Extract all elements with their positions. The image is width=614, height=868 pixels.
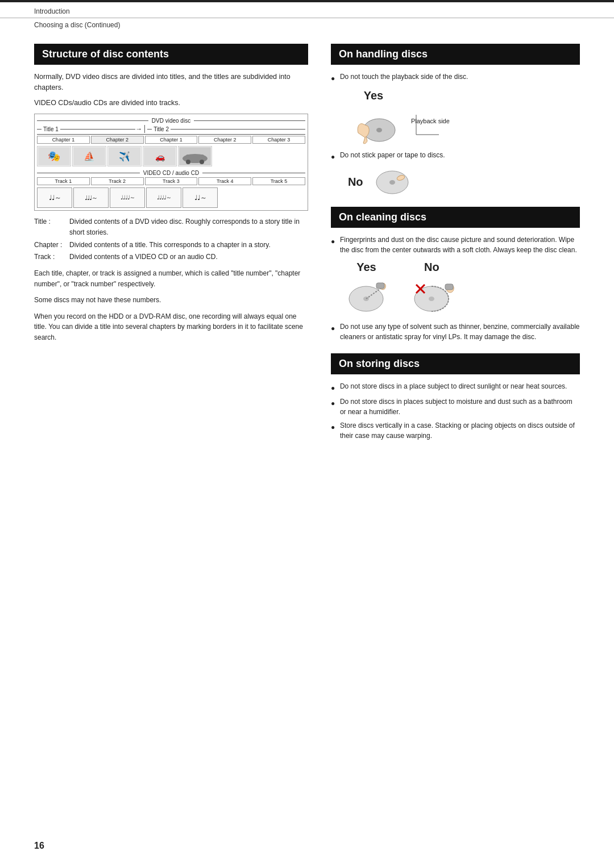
playback-label: Playback side bbox=[411, 118, 450, 124]
page-number: 16 bbox=[34, 841, 44, 851]
svg-point-14 bbox=[376, 128, 382, 132]
svg-point-25 bbox=[429, 297, 434, 301]
cleaning-no-group: No bbox=[408, 261, 456, 316]
cleaning-diagram: Yes No bbox=[342, 261, 580, 316]
track-cell-1: Track 1 bbox=[37, 177, 90, 185]
left-column: Structure of disc contents Normally, DVD… bbox=[34, 44, 308, 444]
svg-text:🚗: 🚗 bbox=[155, 152, 165, 162]
bullet-dot-2: ● bbox=[331, 152, 337, 162]
dvd-diagram: DVD video disc Title 1 → Title 2 bbox=[34, 114, 308, 211]
definitions-section: Title : Divided contents of a DVD video … bbox=[34, 216, 308, 262]
storing-title: On storing discs bbox=[331, 353, 580, 374]
bullet-dot-6: ● bbox=[331, 398, 337, 408]
chapter-cell-3: Chapter 1 bbox=[145, 136, 198, 144]
svg-rect-10 bbox=[186, 155, 204, 160]
chapter-img-2: ⛵ bbox=[72, 146, 106, 166]
vcd-section: VIDEO CD / audio CD Track 1 Track 2 Trac… bbox=[37, 170, 305, 208]
intro-text2: VIDEO CDs/audio CDs are divided into tra… bbox=[34, 98, 308, 108]
def-title-desc: Divided contents of a DVD video disc. Ro… bbox=[69, 216, 308, 238]
track-cell-5: Track 5 bbox=[252, 177, 305, 185]
svg-rect-26 bbox=[445, 284, 453, 290]
intro-label: Introduction bbox=[34, 7, 70, 15]
def-title-term: Title : bbox=[34, 216, 67, 238]
cleaning-bullet-1: ● Fingerprints and dust on the disc caus… bbox=[331, 235, 580, 255]
no-label2: No bbox=[424, 261, 439, 274]
storing-text-2: Do not store discs in places subject to … bbox=[340, 397, 580, 417]
def-chapter-desc: Divided contents of a title. This corres… bbox=[69, 240, 308, 251]
main-content: Structure of disc contents Normally, DVD… bbox=[0, 38, 614, 467]
chapter-img-3: ✈️ bbox=[107, 146, 142, 166]
handling-bullet-2: ● Do not stick paper or tape to discs. bbox=[331, 150, 580, 162]
chapter-cell-4: Chapter 2 bbox=[198, 136, 251, 144]
dvd-label: DVD video disc bbox=[148, 118, 194, 124]
cleaning-yes-svg bbox=[342, 276, 391, 316]
svg-rect-23 bbox=[376, 283, 384, 289]
handling-bullet-1: ● Do not touch the playback side of the … bbox=[331, 72, 580, 84]
vcd-label: VIDEO CD / audio CD bbox=[140, 170, 202, 176]
title2-label: Title 2 bbox=[152, 126, 171, 132]
track-cell-4: Track 4 bbox=[198, 177, 251, 185]
track-cell-3: Track 3 bbox=[145, 177, 198, 185]
svg-point-18 bbox=[389, 180, 395, 185]
track-img-3: ♩♩♩♩～ bbox=[110, 187, 145, 208]
def-track-term: Track : bbox=[34, 252, 67, 262]
title1-label: Title 1 bbox=[42, 126, 60, 132]
def-track-desc: Divided contents of a VIDEO CD or an aud… bbox=[69, 252, 308, 262]
playback-side-label-group: Playback side bbox=[410, 109, 450, 124]
chapter-img-1: 🎭 bbox=[37, 146, 71, 166]
cleaning-text-2: Do not use any type of solvent such as t… bbox=[340, 322, 580, 342]
no-disc-svg bbox=[372, 166, 412, 198]
cleaning-no-svg bbox=[408, 276, 456, 316]
handling-text-1: Do not touch the playback side of the di… bbox=[340, 72, 468, 82]
svg-text:✈️: ✈️ bbox=[119, 151, 130, 162]
track-cell-2: Track 2 bbox=[91, 177, 144, 185]
def-track-row: Track : Divided contents of a VIDEO CD o… bbox=[34, 252, 308, 262]
storing-bullet-1: ● Do not store discs in a place subject … bbox=[331, 381, 580, 393]
header-section: Introduction bbox=[0, 2, 614, 18]
sub-label: Choosing a disc (Continued) bbox=[34, 21, 120, 29]
track-img-4: ♩♩♩♩～ bbox=[146, 187, 181, 208]
bullet-dot-5: ● bbox=[331, 383, 337, 393]
body-text3: When you record on the HDD or a DVD-RAM … bbox=[34, 311, 308, 343]
track-img-2: ♩♩♩～ bbox=[73, 187, 109, 208]
def-chapter-term: Chapter : bbox=[34, 240, 67, 251]
intro-text1: Normally, DVD video discs are divided in… bbox=[34, 72, 308, 93]
track-img-5: ♩♩～ bbox=[182, 187, 218, 208]
bullet-dot-1: ● bbox=[331, 73, 337, 84]
chapter-img-5 bbox=[178, 146, 212, 166]
cleaning-text-1: Fingerprints and dust on the disc cause … bbox=[340, 235, 580, 255]
cleaning-yes-group: Yes bbox=[342, 261, 391, 316]
handling-yes-diagram: Yes Playback side bbox=[348, 89, 580, 144]
handling-title: On handling discs bbox=[331, 44, 580, 65]
handling-no-diagram: No bbox=[348, 166, 580, 198]
storing-bullet-3: ● Store discs vertically in a case. Stac… bbox=[331, 420, 580, 441]
cleaning-bullet-2: ● Do not use any type of solvent such as… bbox=[331, 322, 580, 342]
structure-title: Structure of disc contents bbox=[34, 44, 308, 65]
playback-arrow-svg bbox=[410, 109, 450, 140]
yes-disc-illustration bbox=[348, 105, 399, 144]
def-title-row: Title : Divided contents of a DVD video … bbox=[34, 216, 308, 238]
yes-label2: Yes bbox=[356, 261, 376, 274]
bullet-dot-4: ● bbox=[331, 323, 337, 333]
subheader: Choosing a disc (Continued) bbox=[0, 18, 614, 38]
yes-label: Yes bbox=[364, 89, 383, 102]
cleaning-title: On cleaning discs bbox=[331, 207, 580, 228]
body-text1: Each title, chapter, or track is assigne… bbox=[34, 268, 308, 289]
chapter-cell-1: Chapter 1 bbox=[37, 136, 90, 144]
def-chapter-row: Chapter : Divided contents of a title. T… bbox=[34, 240, 308, 251]
chapter-cell-2: Chapter 2 bbox=[91, 136, 144, 144]
bullet-dot-7: ● bbox=[331, 422, 337, 432]
svg-text:🎭: 🎭 bbox=[48, 150, 61, 162]
chapter-cell-5: Chapter 3 bbox=[252, 136, 305, 144]
body-text2: Some discs may not have these numbers. bbox=[34, 295, 308, 306]
storing-bullet-2: ● Do not store discs in places subject t… bbox=[331, 397, 580, 417]
svg-text:⛵: ⛵ bbox=[84, 151, 95, 162]
bullet-dot-3: ● bbox=[331, 236, 337, 247]
svg-point-12 bbox=[200, 160, 204, 164]
chapter-img-4: 🚗 bbox=[143, 146, 177, 166]
storing-text-3: Store discs vertically in a case. Stacki… bbox=[340, 420, 580, 441]
no-label: No bbox=[348, 176, 363, 189]
track-img-1: ♩♩～ bbox=[37, 187, 72, 208]
handling-text-2: Do not stick paper or tape to discs. bbox=[340, 150, 445, 160]
svg-point-11 bbox=[186, 160, 190, 164]
